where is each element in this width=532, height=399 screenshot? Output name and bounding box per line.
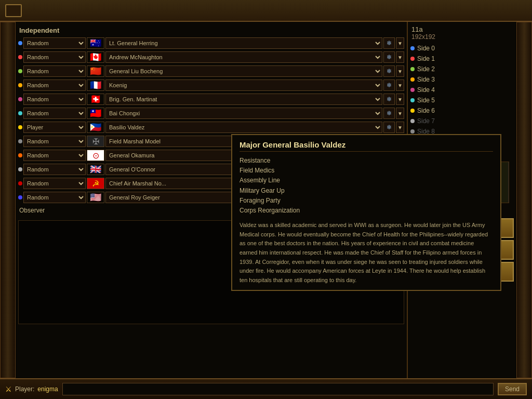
player-type-select[interactable]: Player: [23, 122, 86, 133]
player-type-select[interactable]: Random: [23, 108, 86, 119]
player-prefix: Player:: [15, 385, 34, 393]
player-type-select[interactable]: Random: [23, 164, 86, 175]
flag-box: 🇨🇦: [87, 51, 104, 63]
ability-item: Foraging Party: [240, 196, 493, 206]
side-item: Side 3: [410, 74, 514, 85]
side-item: Side 6: [410, 105, 514, 116]
side-dot: [410, 46, 415, 50]
player-color-dot: [18, 139, 22, 143]
ability-item: Corps Reorganization: [240, 206, 493, 216]
flag-box: 🇬🇧: [87, 164, 104, 175]
map-name: 11a: [411, 25, 513, 33]
player-color-dot: [18, 41, 22, 45]
general-select[interactable]: General Liu Bocheng: [105, 65, 382, 77]
side-dot: [410, 109, 415, 113]
top-bar: 12 Free For All: [0, 0, 532, 22]
player-color-dot: [18, 69, 22, 73]
flag-box: ✠: [87, 136, 104, 147]
player-row: Random🇨🇳General Liu Bocheng❄▼: [18, 64, 404, 78]
player-color-dot: [18, 167, 22, 171]
side-label: Side 3: [417, 76, 435, 83]
side-label: Side 5: [417, 97, 435, 104]
arrow-button[interactable]: ▼: [396, 37, 404, 49]
general-select[interactable]: Andrew McNaughton: [105, 51, 382, 63]
ability-item: Resistance: [240, 156, 493, 166]
arrow-button[interactable]: ▼: [396, 94, 404, 105]
general-select[interactable]: Bai Chongxi: [105, 108, 382, 119]
player-color-dot: [18, 111, 22, 115]
side-item: Side 1: [410, 54, 514, 64]
side-dot: [410, 77, 415, 82]
tooltip-description: Valdez was a skilled academic and served…: [240, 221, 493, 285]
general-select[interactable]: Lt. General Herring: [105, 37, 382, 49]
snowflake-button[interactable]: ❄: [383, 37, 395, 49]
side-label: Side 2: [417, 65, 435, 73]
player-type-select[interactable]: Random: [23, 65, 86, 77]
side-dot: [410, 57, 415, 61]
player-row: Random🇫🇷Koenig❄▼: [18, 78, 404, 92]
player-color-dot: [18, 83, 22, 87]
side-dot: [410, 88, 415, 92]
tooltip-popup: Major General Basilio Valdez ResistanceF…: [231, 134, 501, 291]
side-item: Side 4: [410, 85, 514, 95]
ability-item: Assembly Line: [240, 176, 493, 185]
snowflake-button[interactable]: ❄: [383, 51, 395, 63]
ability-item: Field Medics: [240, 166, 493, 176]
side-label: Side 4: [417, 86, 435, 94]
player-color-dot: [18, 195, 22, 200]
snowflake-button[interactable]: ❄: [383, 65, 395, 77]
player-name: enigma: [37, 385, 58, 393]
player-type-select[interactable]: Random: [23, 94, 86, 105]
left-pillar: [0, 22, 16, 378]
player-color-dot: [18, 125, 22, 129]
flag-box: 🇵🇭: [87, 122, 104, 133]
player-row: Player🇵🇭Basilio Valdez❄▼: [18, 121, 404, 134]
chat-input[interactable]: [62, 383, 494, 395]
map-size: 192x192: [411, 33, 513, 41]
arrow-button[interactable]: ▼: [396, 51, 404, 63]
side-label: Side 6: [417, 107, 435, 114]
arrow-button[interactable]: ▼: [396, 108, 404, 119]
player-type-select[interactable]: Random: [23, 51, 86, 63]
independent-label: Independent: [18, 24, 404, 36]
player-type-select[interactable]: Random: [23, 136, 86, 147]
side-label: Side 7: [417, 117, 435, 125]
player-type-select[interactable]: Random: [23, 150, 86, 161]
player-type-select[interactable]: Random: [23, 178, 86, 189]
player-type-select[interactable]: Random: [23, 79, 86, 91]
flag-box: 🇨🇳: [87, 65, 104, 77]
general-select[interactable]: Brig. Gen. Martinat: [105, 94, 382, 105]
player-color-dot: [18, 97, 22, 101]
player-color-dot: [18, 55, 22, 59]
flag-box: 🇨🇭: [87, 94, 104, 105]
flag-box: ⊙: [87, 150, 104, 161]
side-label: Side 0: [417, 45, 435, 52]
flag-box: 🇹🇼: [87, 108, 104, 119]
flag-box: ☭: [87, 178, 104, 189]
flag-box: 🇫🇷: [87, 79, 104, 91]
bottom-bar: ⚔ Player: enigma Send: [0, 378, 532, 399]
game-mode-select[interactable]: 12 Free For All: [5, 4, 22, 17]
side-dot: [410, 98, 415, 102]
side-item: Side 7: [410, 116, 514, 126]
side-item: Side 2: [410, 64, 514, 74]
player-row: Random🇦🇺Lt. General Herring❄▼: [18, 36, 404, 50]
player-row: Random🇨🇭Brig. Gen. Martinat❄▼: [18, 92, 404, 106]
snowflake-button[interactable]: ❄: [383, 94, 395, 105]
snowflake-button[interactable]: ❄: [383, 122, 395, 133]
right-pillar: [516, 22, 532, 378]
arrow-button[interactable]: ▼: [396, 65, 404, 77]
general-select[interactable]: Koenig: [105, 79, 382, 91]
general-select[interactable]: Basilio Valdez: [105, 122, 382, 133]
side-dot: [410, 129, 415, 134]
player-type-select[interactable]: Random: [23, 37, 86, 49]
snowflake-button[interactable]: ❄: [383, 108, 395, 119]
snowflake-button[interactable]: ❄: [383, 79, 395, 91]
player-type-select[interactable]: Random: [23, 192, 86, 203]
send-button[interactable]: Send: [498, 383, 527, 395]
arrow-button[interactable]: ▼: [396, 122, 404, 133]
side-item: Side 5: [410, 95, 514, 105]
map-info: 11a 192x192: [410, 24, 514, 42]
arrow-button[interactable]: ▼: [396, 79, 404, 91]
side-label: Side 1: [417, 55, 435, 62]
